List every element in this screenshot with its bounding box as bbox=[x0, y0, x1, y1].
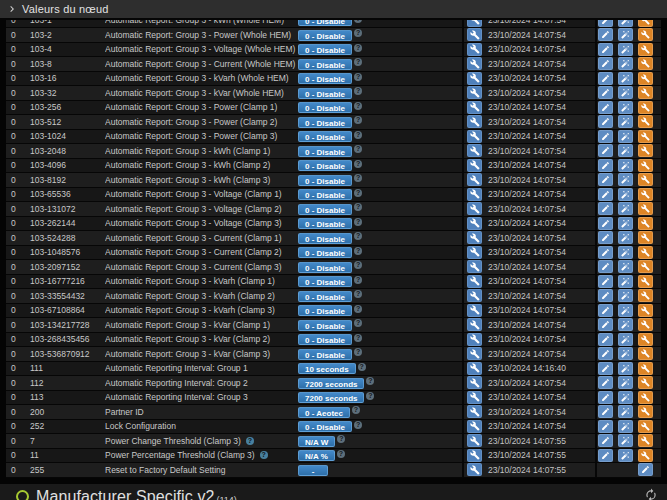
value-select-button[interactable]: 0 - Disable bbox=[298, 59, 352, 70]
auto-set-value-button[interactable] bbox=[618, 260, 633, 273]
value-select-button[interactable]: 0 - Disable bbox=[298, 349, 352, 360]
value-help-icon[interactable]: ? bbox=[354, 189, 362, 197]
value-help-icon[interactable]: ? bbox=[354, 145, 362, 153]
value-help-icon[interactable]: ? bbox=[354, 20, 362, 23]
value-select-button[interactable]: 0 - Disable bbox=[298, 131, 352, 142]
configure-value-button[interactable] bbox=[467, 231, 482, 244]
auto-set-value-button[interactable] bbox=[618, 231, 633, 244]
edit-value-button[interactable] bbox=[598, 376, 613, 389]
edit-value-button[interactable] bbox=[598, 231, 613, 244]
advanced-config-button[interactable] bbox=[638, 57, 653, 70]
value-help-icon[interactable]: ? bbox=[337, 450, 345, 458]
value-help-icon[interactable]: ? bbox=[354, 87, 362, 95]
configure-value-button[interactable] bbox=[467, 173, 482, 186]
value-select-button[interactable]: 0 - Disable bbox=[298, 117, 352, 128]
value-help-icon[interactable]: ? bbox=[354, 232, 362, 240]
advanced-config-button[interactable] bbox=[638, 130, 653, 143]
auto-set-value-button[interactable] bbox=[618, 173, 633, 186]
value-help-icon[interactable]: ? bbox=[337, 435, 345, 443]
value-select-button[interactable]: - bbox=[298, 465, 328, 476]
advanced-config-button[interactable] bbox=[638, 144, 653, 157]
advanced-config-button[interactable] bbox=[638, 246, 653, 259]
advanced-config-button[interactable] bbox=[638, 188, 653, 201]
value-help-icon[interactable]: ? bbox=[354, 116, 362, 124]
value-select-button[interactable]: 0 - Disable bbox=[298, 305, 352, 316]
configure-value-button[interactable] bbox=[467, 405, 482, 418]
edit-value-button[interactable] bbox=[598, 449, 613, 462]
advanced-config-button[interactable] bbox=[638, 86, 653, 99]
value-help-icon[interactable]: ? bbox=[354, 261, 362, 269]
value-help-icon[interactable]: ? bbox=[354, 29, 362, 37]
configure-value-button[interactable] bbox=[467, 217, 482, 230]
edit-value-button[interactable] bbox=[598, 202, 613, 215]
edit-value-button[interactable] bbox=[598, 405, 613, 418]
value-help-icon[interactable]: ? bbox=[354, 319, 362, 327]
value-select-button[interactable]: 0 - Disable bbox=[298, 247, 352, 258]
auto-set-value-button[interactable] bbox=[618, 362, 633, 375]
advanced-config-button[interactable] bbox=[638, 28, 653, 41]
value-help-icon[interactable]: ? bbox=[354, 131, 362, 139]
auto-set-value-button[interactable] bbox=[618, 318, 633, 331]
value-select-button[interactable]: N/A W bbox=[298, 436, 335, 447]
advanced-config-button[interactable] bbox=[638, 202, 653, 215]
configure-value-button[interactable] bbox=[467, 57, 482, 70]
auto-set-value-button[interactable] bbox=[618, 20, 633, 27]
configure-value-button[interactable] bbox=[467, 362, 482, 375]
configure-value-button[interactable] bbox=[467, 86, 482, 99]
configure-value-button[interactable] bbox=[467, 347, 482, 360]
advanced-config-button[interactable] bbox=[638, 20, 653, 27]
advanced-config-button[interactable] bbox=[638, 391, 653, 404]
edit-value-button[interactable] bbox=[598, 347, 613, 360]
configure-value-button[interactable] bbox=[467, 304, 482, 317]
configure-value-button[interactable] bbox=[467, 159, 482, 172]
auto-set-value-button[interactable] bbox=[618, 376, 633, 389]
value-help-icon[interactable]: ? bbox=[354, 305, 362, 313]
value-select-button[interactable]: N/A % bbox=[298, 450, 335, 461]
value-select-button[interactable]: 0 - Disable bbox=[298, 73, 352, 84]
value-help-icon[interactable]: ? bbox=[366, 392, 374, 400]
advanced-config-button[interactable] bbox=[638, 231, 653, 244]
edit-value-button[interactable] bbox=[598, 391, 613, 404]
edit-value-button[interactable] bbox=[598, 434, 613, 447]
value-select-button[interactable]: 10 seconds bbox=[298, 363, 356, 374]
configure-value-button[interactable] bbox=[467, 130, 482, 143]
advanced-config-button[interactable] bbox=[638, 376, 653, 389]
advanced-config-button[interactable] bbox=[638, 101, 653, 114]
edit-value-button[interactable] bbox=[598, 86, 613, 99]
auto-set-value-button[interactable] bbox=[618, 86, 633, 99]
node-values-section-header[interactable]: Valeurs du nœud bbox=[0, 0, 667, 20]
auto-set-value-button[interactable] bbox=[618, 217, 633, 230]
configure-value-button[interactable] bbox=[467, 28, 482, 41]
value-select-button[interactable]: 0 - Disable bbox=[298, 88, 352, 99]
value-help-icon[interactable]: ? bbox=[352, 406, 360, 414]
configure-value-button[interactable] bbox=[467, 463, 482, 476]
auto-set-value-button[interactable] bbox=[618, 434, 633, 447]
value-select-button[interactable]: 7200 seconds bbox=[298, 378, 364, 389]
auto-set-value-button[interactable] bbox=[618, 246, 633, 259]
value-select-button[interactable]: 0 - Disable bbox=[298, 30, 352, 41]
label-help-icon[interactable]: ? bbox=[260, 451, 268, 459]
value-select-button[interactable]: 0 - Disable bbox=[298, 44, 352, 55]
value-help-icon[interactable]: ? bbox=[354, 334, 362, 342]
configure-value-button[interactable] bbox=[467, 246, 482, 259]
auto-set-value-button[interactable] bbox=[618, 391, 633, 404]
configure-value-button[interactable] bbox=[467, 449, 482, 462]
edit-value-button[interactable] bbox=[598, 318, 613, 331]
configure-value-button[interactable] bbox=[467, 20, 482, 27]
advanced-config-button[interactable] bbox=[638, 275, 653, 288]
value-select-button[interactable]: 0 - Disable bbox=[298, 334, 352, 345]
configure-value-button[interactable] bbox=[467, 420, 482, 433]
advanced-config-button[interactable] bbox=[638, 260, 653, 273]
value-select-button[interactable]: 0 - Disable bbox=[298, 204, 352, 215]
advanced-config-button[interactable] bbox=[638, 347, 653, 360]
manufacturer-specific-section-header[interactable]: Manufacturer Specific v2 (114) bbox=[0, 484, 667, 500]
advanced-config-button[interactable] bbox=[638, 159, 653, 172]
advanced-config-button[interactable] bbox=[638, 362, 653, 375]
auto-set-value-button[interactable] bbox=[618, 333, 633, 346]
value-help-icon[interactable]: ? bbox=[354, 73, 362, 81]
configure-value-button[interactable] bbox=[467, 289, 482, 302]
value-help-icon[interactable]: ? bbox=[354, 276, 362, 284]
value-select-button[interactable]: 0 - Disable bbox=[298, 20, 352, 26]
value-select-button[interactable]: 0 - Disable bbox=[298, 160, 352, 171]
refresh-icon[interactable] bbox=[644, 488, 658, 500]
